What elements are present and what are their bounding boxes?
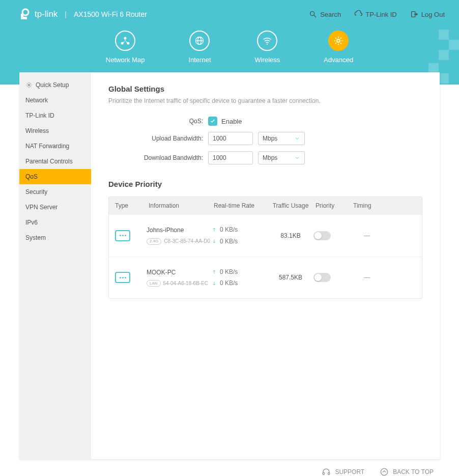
- arrow-up-icon: [212, 269, 217, 274]
- col-timing: Timing: [351, 202, 383, 209]
- device-name: MOOK-PC: [147, 268, 212, 277]
- brand-text: tp-link: [35, 9, 58, 19]
- priority-cell: [313, 231, 351, 240]
- tab-wireless[interactable]: Wireless: [255, 31, 280, 64]
- sidebar-item-security[interactable]: Security: [19, 184, 91, 200]
- globe-icon: [194, 36, 205, 46]
- usage-cell: 587.5KB: [268, 274, 313, 281]
- sidebar-label: Quick Setup: [36, 81, 69, 89]
- table-row: Johns-iPhone 2.4G C8-3C-85-74-AA-D0 0 KB…: [109, 214, 422, 257]
- usage-cell: 83.1KB: [268, 232, 313, 239]
- device-type-icon: [115, 230, 130, 241]
- device-priority-table: Type Information Real-time Rate Traffic …: [108, 197, 422, 299]
- table-row: MOOK-PC LAN 54-04-A6-18-6B-EC 0 KB/s 0 K…: [109, 257, 422, 299]
- device-mac: 54-04-A6-18-6B-EC: [163, 279, 208, 288]
- download-bw-input[interactable]: [208, 151, 253, 164]
- tab-advanced[interactable]: Advanced: [324, 31, 353, 64]
- arrow-up-circle-icon: [380, 467, 389, 476]
- headset-icon: [322, 467, 331, 476]
- arrow-up-icon: [212, 227, 217, 232]
- col-priority: Priority: [313, 202, 351, 209]
- priority-toggle[interactable]: [313, 273, 331, 282]
- tab-label: Advanced: [324, 56, 353, 64]
- col-type: Type: [113, 202, 147, 209]
- qos-enable-checkbox[interactable]: [208, 117, 217, 126]
- sidebar-label: Wireless: [25, 127, 49, 134]
- rate-cell: 0 KB/s 0 KB/s: [212, 266, 268, 290]
- timing-cell: —: [351, 274, 383, 281]
- logout-label: Log Out: [421, 11, 445, 18]
- tplink-id-label: TP-Link ID: [365, 11, 396, 18]
- gear-icon: [333, 36, 343, 46]
- device-mac: C8-3C-85-74-AA-D0: [164, 237, 210, 245]
- logout-link[interactable]: Log Out: [410, 10, 445, 18]
- up-rate: 0 KB/s: [220, 224, 238, 236]
- svg-point-3: [310, 12, 314, 16]
- up-rate: 0 KB/s: [220, 266, 238, 278]
- qos-label: QoS:: [108, 118, 208, 125]
- main-tabs: Network Map Internet Wireless Advanced: [0, 31, 459, 64]
- back-to-top-link[interactable]: BACK TO TOP: [380, 467, 434, 476]
- priority-toggle[interactable]: [313, 231, 331, 240]
- search-label: Search: [320, 11, 341, 18]
- sidebar-item-ipv6[interactable]: IPv6: [19, 215, 91, 230]
- svg-rect-16: [328, 472, 330, 475]
- svg-rect-2: [21, 17, 27, 19]
- support-label: SUPPORT: [335, 468, 364, 475]
- sidebar-label: Parental Controls: [25, 158, 73, 165]
- table-header: Type Information Real-time Rate Traffic …: [109, 197, 422, 214]
- arrow-down-icon: [212, 239, 217, 244]
- col-rate: Real-time Rate: [212, 202, 268, 209]
- sidebar-label: IPv6: [25, 219, 38, 226]
- upload-unit-select[interactable]: Mbps: [258, 132, 305, 145]
- device-type-icon: [115, 272, 130, 283]
- sidebar-label: Security: [25, 188, 47, 195]
- tab-internet[interactable]: Internet: [188, 31, 211, 64]
- page-footer: SUPPORT BACK TO TOP: [19, 463, 440, 476]
- device-info-cell: Johns-iPhone 2.4G C8-3C-85-74-AA-D0: [147, 226, 212, 245]
- product-name: AX1500 Wi-Fi 6 Router: [74, 10, 147, 18]
- sidebar-item-tplink-id[interactable]: TP-Link ID: [19, 108, 91, 123]
- device-info-cell: MOOK-PC LAN 54-04-A6-18-6B-EC: [147, 268, 212, 288]
- device-name: Johns-iPhone: [147, 226, 212, 235]
- wifi-icon: [262, 36, 272, 46]
- svg-point-17: [381, 468, 388, 475]
- download-unit-value: Mbps: [263, 154, 277, 161]
- gear-icon: [25, 81, 33, 89]
- upload-bw-input[interactable]: [208, 132, 253, 145]
- arrow-down-icon: [212, 281, 217, 286]
- sidebar-label: NAT Forwarding: [25, 143, 69, 150]
- main-content: Global Settings Prioritize the Internet …: [91, 72, 440, 459]
- upload-unit-value: Mbps: [263, 135, 277, 142]
- back-to-top-label: BACK TO TOP: [393, 468, 434, 475]
- sidebar-item-vpn-server[interactable]: VPN Server: [19, 200, 91, 215]
- logout-icon: [410, 10, 418, 18]
- sidebar-item-parental-controls[interactable]: Parental Controls: [19, 154, 91, 169]
- support-link[interactable]: SUPPORT: [322, 467, 364, 476]
- download-unit-select[interactable]: Mbps: [258, 151, 305, 164]
- svg-rect-15: [323, 472, 325, 475]
- sidebar-item-wireless[interactable]: Wireless: [19, 123, 91, 138]
- sidebar-item-qos[interactable]: QoS: [19, 169, 91, 184]
- search-icon: [309, 10, 317, 18]
- svg-point-6: [124, 37, 127, 40]
- sidebar-item-network[interactable]: Network: [19, 93, 91, 108]
- sidebar-item-nat-forwarding[interactable]: NAT Forwarding: [19, 138, 91, 154]
- col-info: Information: [147, 202, 212, 209]
- svg-point-14: [28, 84, 30, 86]
- tab-network-map[interactable]: Network Map: [106, 31, 145, 64]
- down-rate: 0 KB/s: [220, 236, 238, 247]
- search-link[interactable]: Search: [309, 10, 341, 18]
- sidebar-item-quick-setup[interactable]: Quick Setup: [19, 77, 91, 93]
- enable-label: Enable: [221, 118, 242, 125]
- device-type-cell: [113, 272, 147, 283]
- sidebar-label: TP-Link ID: [25, 112, 54, 119]
- priority-cell: [313, 273, 351, 282]
- sidebar: Quick Setup Network TP-Link ID Wireless …: [19, 72, 91, 459]
- svg-point-13: [337, 39, 340, 42]
- device-priority-title: Device Priority: [108, 180, 422, 188]
- sidebar-label: Network: [25, 97, 48, 104]
- connection-badge: 2.4G: [147, 238, 161, 245]
- sidebar-item-system[interactable]: System: [19, 230, 91, 245]
- tplink-id-link[interactable]: TP-Link ID: [354, 10, 396, 18]
